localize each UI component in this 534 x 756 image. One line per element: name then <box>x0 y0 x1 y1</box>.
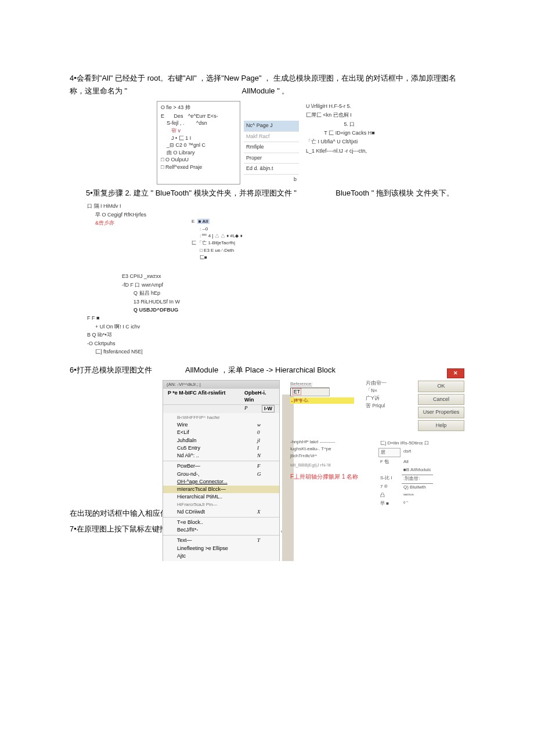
cancel-button[interactable]: Cancel <box>418 394 464 406</box>
menu-item-shortcut: F <box>257 463 275 469</box>
p1r-r1: 匚屋匚 <kn 已也舸 I <box>306 111 393 120</box>
p2m-5: □ E3 E ue-'-Deth <box>192 247 243 254</box>
menu-item-shortcut <box>257 545 275 552</box>
p1l-r1: Des <box>174 113 183 119</box>
p4r-4a <box>378 466 400 473</box>
p2l-10: B Q lib*•邛 <box>87 331 464 339</box>
menu-item[interactable]: Grou-nd-,G <box>163 471 279 478</box>
panel1: O fie > 43 帅 E Des ^e^Eurr E<s- S-fejl ,… <box>157 101 464 185</box>
menu-item[interactable]: OH-^age Connector... <box>163 478 279 486</box>
step4-suffix: " 。 <box>277 86 289 95</box>
p1r-r0: U \/rfilgiH H.F-5-r 5. <box>306 102 393 111</box>
reference-field[interactable]: ET <box>290 388 330 396</box>
p2l-8: F F ■ <box>87 314 464 322</box>
yellow-hint: „ jilt^lji 心, <box>290 397 354 404</box>
menu-item[interactable]: Text—T <box>163 537 279 544</box>
menu-item-shortcut: jl <box>257 437 275 444</box>
p4r-2b: dsrt <box>402 448 433 457</box>
menu-item-label: Grou-nd-, <box>177 471 257 478</box>
menu-item[interactable]: Nd Ali^: ..N <box>163 452 279 460</box>
panel3-body: B<WHFFFIP^ hacferWirewE<Lif0JuhdlalnjlCu… <box>163 413 279 560</box>
p1m-r0[interactable]: Nc^ Page J <box>244 121 299 132</box>
menu-item[interactable]: E<Lif0 <box>163 429 279 436</box>
menu-item[interactable]: Hierarchical PtiML.. <box>163 493 279 501</box>
menu-item[interactable]: T«e Block.. <box>163 519 279 526</box>
menu-item-label: B<WHFFFIP^ hacfer <box>177 415 257 421</box>
p1l-r0: E <box>161 113 172 120</box>
panel3-head: P *e M-bIFC Afit-rsiwlirt OpbeH-i. Win <box>163 389 279 405</box>
p1m-r4[interactable]: Ed d. &bjn.t <box>244 164 299 175</box>
menu-item-shortcut: 0 <box>257 429 275 436</box>
menu-item-shortcut: N <box>257 453 275 459</box>
p2m-4: 匚 「亡 1-BtljeTacrfh| <box>192 240 243 247</box>
menu-item[interactable]: HiFrarcr5caJl Pin— <box>163 501 279 508</box>
menu-item-shortcut: G <box>257 471 275 478</box>
p4b2l-3: kill_BBB|Egl|J rN-'lll <box>290 462 371 469</box>
menu-item[interactable]: Ajtc <box>163 552 279 560</box>
p4m-0: 片由帘一 <box>366 379 400 387</box>
p1l-r2: ^e^Eurr E<s- <box>188 113 218 119</box>
p4b2-left: -hnphHf* lakrl ---------- lughsKt-ealiu-… <box>290 439 371 481</box>
step6-name: AllModule <box>185 366 218 374</box>
step4-text: 4•会看到"All" 已经处于 root。右键"All" ，选择"New Pag… <box>70 72 464 97</box>
p1m-r1[interactable]: Makf Racf <box>244 132 299 143</box>
menu-item[interactable]: Wirew <box>163 421 279 429</box>
menu-item-label: Nd Ali^: .. <box>177 453 257 459</box>
menu-item-label: HiFrarcr5caJl Pin— <box>177 502 257 508</box>
p4r-3b: All <box>402 458 433 465</box>
p1r-r3: T 匚 ID«ign Cacks H■ <box>306 129 393 138</box>
p1l-r10: □ Relf^exed Praje <box>161 164 236 171</box>
p1m-r3[interactable]: Proper <box>244 153 299 164</box>
panel4-buttons: OK Cancel User Properties Help <box>418 381 464 433</box>
menu-item[interactable]: B<WHFFFIP^ hacfer <box>163 414 279 421</box>
p1m-r2[interactable]: Rmfiple <box>244 142 299 153</box>
close-button[interactable]: ✕ <box>447 368 464 378</box>
panel2: 口 隔 I HiMdv I 早 O Cegigf RfKHjrfes &曾彡亦 … <box>81 202 464 356</box>
p4r-8b: 0 ''' <box>402 500 433 507</box>
p1l-r7: _⊟ C2 0 ™gnl C <box>161 142 236 149</box>
menu-item-label: mIerarcTscal Blcck— <box>177 486 257 493</box>
menu-item-shortcut <box>257 553 275 559</box>
panel3-title: (AN: -Vl^^dkJr.; | <box>163 381 279 389</box>
p1l-r5: 帘 v <box>161 127 236 135</box>
menu-item[interactable]: Juhdlalnjl <box>163 437 279 444</box>
menu-separator <box>163 461 279 461</box>
user-properties-button[interactable]: User Properties <box>418 407 464 418</box>
p4-red-text: F丄卅胡轴分撑骸犀 1 名称 <box>290 472 371 481</box>
menu-item[interactable]: Linefleeting >e Ellipse <box>163 545 279 552</box>
p2m-0: E <box>192 219 194 224</box>
p2l-6: 13 RiLHUDLSf In W <box>87 298 464 306</box>
menu-item-label: BecJ/fII*- <box>177 527 257 533</box>
p3h-c1: P *e M-bIFC Afit-rsiwlirt <box>168 390 244 403</box>
step6-prefix: 6•打开总模块原理图文件 <box>70 366 152 374</box>
p2l-3: E3 CPIIJ _xwzxx <box>87 272 464 280</box>
p2l-0: 口 隔 I HiMdv I <box>87 202 464 210</box>
p4r-2a: 层 <box>378 448 400 457</box>
menu-item[interactable]: mIerarcTscal Blcck— <box>163 486 279 493</box>
p2l-9: + Ul On 啊! I C ichv <box>87 323 464 331</box>
ok-button[interactable]: OK <box>418 381 464 392</box>
menu-item[interactable]: Nd CDriiwdtX <box>163 508 279 516</box>
menu-item-label: Text— <box>177 537 257 544</box>
step5-text: 5•重复步骤 2. 建立 " BlueTooth" 模块文件夹，并将原理图文件 … <box>86 187 464 200</box>
menu-item-shortcut <box>257 415 275 421</box>
p2l-7: Q USBJD^DFBUG <box>87 306 464 314</box>
menu-item[interactable]: BecJ/fII*- <box>163 526 279 534</box>
menu-separator <box>163 517 279 518</box>
p2m-1[interactable]: ■ All <box>197 219 210 224</box>
menu-item-shortcut: T <box>257 537 275 544</box>
menu-separator <box>163 535 279 536</box>
menu-item[interactable]: Cu5 EntryI <box>163 444 279 452</box>
p1l-r3: S-fejl , . ^dsn <box>161 120 236 127</box>
menu-item-shortcut <box>257 479 275 485</box>
p4r-7b: semus <box>402 492 433 499</box>
panel3-menu: (AN: -Vl^^dkJr.; | P *e M-bIFC Afit-rsiw… <box>163 380 280 560</box>
step5-suffix: " 拖到该模块 文件夹下。 <box>371 189 454 197</box>
menu-item[interactable]: PcwBer—F <box>163 462 279 470</box>
p4b2-right: 匚] D«ilin IRs-5Dtircε 口 层dsrt F 包All ■B … <box>377 439 464 508</box>
p3sh-iw[interactable]: I-W <box>262 405 275 413</box>
help-button[interactable]: Help <box>418 420 464 432</box>
menu-item-label: Wire <box>177 422 257 428</box>
panel1-left: O fie > 43 帅 E Des ^e^Eurr E<s- S-fejl ,… <box>157 101 240 185</box>
step5-prefix: 5•重复步骤 2. 建立 " BlueTooth" 模块文件夹，并将原理图文件 … <box>86 189 297 197</box>
